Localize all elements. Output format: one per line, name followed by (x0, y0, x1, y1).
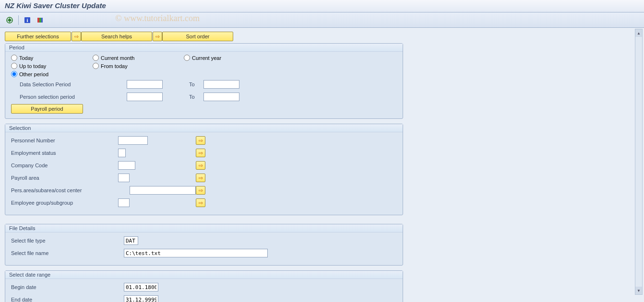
arrow-right-icon: ⇨ (155, 34, 160, 40)
employment-status-label: Employment status (11, 150, 118, 156)
arrow-right-icon: ⇨ (199, 150, 203, 156)
svg-rect-7 (39, 18, 41, 23)
radio-current-year-label: Current year (192, 55, 221, 61)
radio-today[interactable]: Today (11, 55, 93, 61)
payroll-period-label: Payroll period (31, 106, 63, 112)
employment-status-multi-button[interactable]: ⇨ (196, 149, 205, 157)
person-selection-period-label: Person selection period (20, 94, 127, 100)
radio-from-today[interactable]: From today (93, 63, 128, 69)
payroll-area-multi-button[interactable]: ⇨ (196, 174, 205, 182)
svg-text:i: i (26, 17, 28, 23)
sort-order-arrow-button[interactable]: ⇨ (153, 32, 162, 41)
payroll-period-button[interactable]: Payroll period (11, 104, 83, 114)
radio-current-month[interactable]: Current month (93, 55, 184, 61)
person-selection-period-from-input[interactable] (127, 93, 163, 101)
radio-other-period-label: Other period (19, 71, 48, 77)
arrow-right-icon: ⇨ (199, 163, 203, 169)
selection-group: Selection Personnel Number ⇨ Employment … (5, 124, 403, 215)
scroll-up-icon[interactable]: ▲ (635, 29, 642, 37)
further-selections-label: Further selections (17, 34, 59, 39)
period-group: Period Today Current month Current year … (5, 43, 403, 119)
radio-current-year[interactable]: Current year (184, 55, 221, 61)
further-selections-button[interactable]: Further selections (5, 32, 71, 41)
employee-group-input[interactable] (118, 198, 130, 207)
arrow-right-icon: ⇨ (199, 138, 203, 144)
company-code-input[interactable] (118, 161, 135, 170)
payroll-area-label: Payroll area (11, 175, 118, 181)
arrow-right-icon: ⇨ (199, 175, 203, 181)
to-label-2: To (189, 94, 203, 100)
file-details-group: File Details Select file type Select fil… (5, 224, 403, 266)
company-code-label: Company Code (11, 163, 118, 168)
data-selection-period-to-input[interactable] (203, 80, 239, 89)
file-name-input[interactable] (124, 249, 268, 257)
file-type-input[interactable] (124, 236, 138, 245)
personnel-number-label: Personnel Number (11, 138, 118, 143)
data-selection-period-label: Data Selection Period (20, 81, 127, 87)
company-code-multi-button[interactable]: ⇨ (196, 161, 205, 170)
select-file-type-label: Select file type (11, 238, 124, 244)
data-icon[interactable] (35, 15, 45, 25)
radio-today-label: Today (19, 55, 33, 61)
radio-current-month-label: Current month (101, 55, 134, 61)
file-details-group-title: File Details (5, 224, 403, 232)
svg-rect-8 (41, 18, 43, 23)
radio-up-to-today[interactable]: Up to today (11, 63, 93, 69)
scroll-down-icon[interactable]: ▼ (635, 287, 642, 294)
data-selection-period-from-input[interactable] (127, 80, 163, 89)
sort-order-label: Sort order (186, 34, 210, 39)
personnel-number-input[interactable] (118, 136, 148, 145)
arrow-right-icon: ⇨ (74, 34, 79, 40)
vertical-scrollbar[interactable]: ▲ ▼ (635, 29, 643, 295)
info-icon[interactable]: i (23, 15, 32, 25)
to-label-1: To (189, 81, 203, 87)
execute-icon[interactable] (5, 15, 14, 25)
title-bar: NZ Kiwi Saver Cluster Update (0, 0, 644, 12)
sort-order-button[interactable]: Sort order (162, 32, 233, 41)
selection-group-title: Selection (5, 124, 403, 132)
svg-rect-6 (37, 18, 39, 23)
radio-from-today-label: From today (101, 63, 128, 69)
main-area: Further selections ⇨ Search helps ⇨ Sort… (0, 28, 644, 302)
personnel-number-multi-button[interactable]: ⇨ (196, 136, 205, 145)
page-title: NZ Kiwi Saver Cluster Update (5, 1, 106, 10)
radio-other-period[interactable]: Other period (11, 71, 48, 77)
employee-group-label: Employee group/subgroup (11, 200, 118, 206)
period-group-title: Period (5, 44, 403, 52)
pers-area-label: Pers.area/subarea/cost center (11, 187, 130, 193)
begin-date-label: Begin date (11, 284, 124, 290)
employee-group-multi-button[interactable]: ⇨ (196, 198, 205, 207)
pers-area-multi-button[interactable]: ⇨ (196, 186, 205, 195)
end-date-input[interactable] (124, 295, 158, 302)
radio-up-to-today-label: Up to today (19, 63, 46, 69)
select-file-name-label: Select file name (11, 250, 124, 256)
top-button-row: Further selections ⇨ Search helps ⇨ Sort… (5, 32, 639, 41)
search-helps-label: Search helps (101, 34, 132, 39)
watermark: © www.tutorialkart.com (115, 13, 200, 23)
payroll-area-input[interactable] (118, 174, 130, 182)
date-range-group: Select date range Begin date End date (5, 270, 403, 302)
begin-date-input[interactable] (124, 283, 158, 291)
toolbar: i © www.tutorialkart.com (0, 12, 644, 28)
date-range-group-title: Select date range (5, 271, 403, 279)
search-helps-arrow-button[interactable]: ⇨ (72, 32, 81, 41)
person-selection-period-to-input[interactable] (203, 93, 239, 101)
arrow-right-icon: ⇨ (199, 187, 203, 194)
toolbar-divider (18, 15, 19, 25)
arrow-right-icon: ⇨ (199, 200, 203, 206)
pers-area-input[interactable] (130, 186, 196, 195)
search-helps-button[interactable]: Search helps (81, 32, 152, 41)
end-date-label: End date (11, 297, 124, 302)
employment-status-input[interactable] (118, 149, 126, 157)
